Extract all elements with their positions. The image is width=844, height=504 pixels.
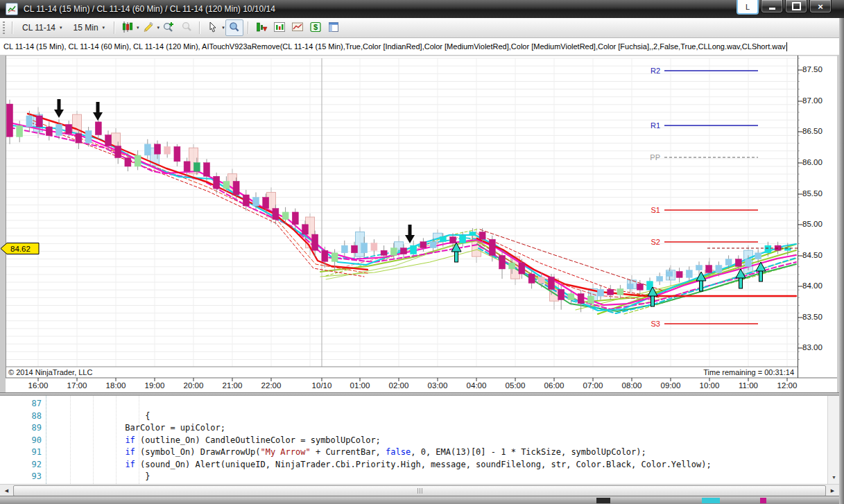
minimize-button[interactable] [761, 0, 783, 13]
price-marker: 84.62 [0, 242, 40, 255]
code-line[interactable]: 91 if (symbol_On) DrawArrowUp("My Arrow"… [0, 446, 839, 459]
chart-snapshot-button[interactable] [289, 20, 306, 35]
code-text: if (symbol_On) DrawArrowUp("My Arrow" + … [50, 446, 646, 459]
chevron-down-icon[interactable]: ▾ [157, 25, 160, 31]
code-line[interactable]: 92 if (sound_On) Alert(uniqueID, NinjaTr… [0, 459, 839, 471]
code-text: if (sound_On) Alert(uniqueID, NinjaTrade… [50, 459, 712, 471]
cursor-button[interactable] [205, 20, 221, 35]
price-axis-label: 84.50 [802, 251, 836, 259]
scroll-right-button[interactable]: ▶ [827, 485, 838, 496]
chart-window-icon [6, 3, 18, 15]
time-axis-label: 01:00 [345, 381, 375, 390]
grid-layer [6, 58, 800, 367]
account-button[interactable]: $ [307, 20, 324, 35]
background-mark [702, 498, 720, 503]
code-line[interactable]: 89 BarColor = upiColor; [0, 422, 839, 435]
link-button[interactable]: L [737, 0, 759, 15]
instrument-dropdown[interactable]: CL 11-14 ▾ [17, 21, 68, 35]
scroll-left-button[interactable]: ◀ [1, 485, 12, 496]
pivot-label: S2 [651, 238, 660, 246]
window-right-border [839, 18, 844, 504]
time-axis-label: 21:00 [217, 381, 248, 390]
price-axis-label: 87.00 [802, 96, 836, 105]
time-axis-label: 22:00 [256, 381, 286, 390]
code-editor[interactable]: 8788 {89 BarColor = upiColor;90 if (outl… [0, 396, 839, 484]
line-number: 93 [0, 471, 42, 483]
chart-trader-icon [255, 21, 268, 35]
dollar-icon: $ [309, 21, 322, 35]
background-window-strip [0, 496, 844, 504]
time-axis-label: 16:00 [23, 381, 53, 390]
minimize-icon [769, 8, 775, 10]
chart-trader-button[interactable] [253, 20, 270, 35]
line-number: 92 [0, 459, 42, 471]
svg-text:$: $ [313, 23, 318, 31]
toolbar-separator [114, 21, 115, 34]
time-axis-label: 12:00 [772, 381, 802, 390]
toolbar-separator [248, 21, 249, 34]
price-axis-label: 83.50 [802, 313, 836, 321]
zoom-in-icon [162, 21, 175, 35]
time-axis-label: 02:00 [384, 381, 414, 390]
time-axis-label: 05:00 [500, 381, 531, 390]
market-analyzer-button[interactable] [271, 20, 288, 35]
chevron-down-icon: ▾ [103, 25, 105, 31]
up-arrow-icon [651, 295, 655, 306]
time-axis-label: 18:00 [101, 381, 131, 390]
scroll-down-button[interactable]: ▼ [828, 472, 840, 483]
svg-text:84.62: 84.62 [10, 245, 31, 253]
background-mark [596, 498, 610, 503]
price-axis-label: 83.00 [802, 343, 836, 351]
code-text: { [50, 410, 150, 423]
close-button[interactable]: × [809, 0, 832, 13]
chevron-down-icon: ▾ [60, 25, 62, 31]
pivot-label: PP [650, 153, 660, 162]
pivot-label: R2 [651, 67, 660, 75]
interval-dropdown[interactable]: 15 Min ▾ [68, 21, 111, 35]
time-axis-label: 08:00 [617, 381, 647, 390]
maximize-icon [792, 2, 801, 10]
time-axis-label: 20:00 [178, 381, 209, 390]
copyright-label: © 2014 NinjaTrader, LLC [8, 368, 92, 376]
title-bar[interactable]: CL 11-14 (15 Min) / CL 11-14 (60 Min) / … [0, 0, 844, 18]
chevron-down-icon[interactable]: ▾ [222, 25, 225, 31]
editor-vertical-scrollbar[interactable]: ▼ [827, 396, 840, 484]
time-axis-label: 03:00 [422, 381, 453, 390]
up-arrow-icon [739, 277, 743, 288]
price-axis-label: 84.00 [802, 281, 836, 290]
indicator-label: CL 11-14 (15 Min), CL 11-14 (60 Min), CL… [3, 42, 786, 51]
line-number: 90 [0, 435, 42, 447]
code-line[interactable]: 87 [0, 398, 839, 410]
line-number: 88 [0, 410, 42, 423]
zoom-out-button[interactable] [178, 20, 195, 35]
code-line[interactable]: 88 { [0, 410, 839, 423]
up-arrow-icon [759, 270, 763, 281]
scrollbar-thumb[interactable] [13, 485, 826, 496]
toolbar-grip[interactable] [3, 21, 5, 34]
chart-style-button[interactable] [119, 20, 136, 35]
zoom-in-button[interactable] [160, 20, 177, 35]
toolbar-separator [12, 21, 13, 34]
time-remaining-label: Time remaining = 00:31:14 [703, 368, 794, 376]
code-line[interactable]: 93 } [0, 471, 839, 483]
up-arrow-icon [700, 280, 703, 291]
properties-button[interactable] [325, 20, 342, 35]
horizontal-scrollbar[interactable]: ◀ ▶ [0, 484, 839, 496]
indicator-lines-layer [10, 114, 796, 314]
toolbar-separator [199, 21, 200, 34]
price-axis-label: 87.50 [802, 65, 836, 73]
arrows-layer [54, 99, 766, 306]
toolbar: CL 11-14 ▾ 15 Min ▾ ▾ ▾ ▾ [0, 18, 844, 38]
pencil-icon [142, 21, 155, 35]
code-line[interactable]: 90 if (outline_On) CandleOutlineColor = … [0, 435, 839, 447]
text-caret [786, 42, 787, 51]
chevron-down-icon[interactable]: ▾ [137, 25, 139, 31]
line-number: 87 [0, 398, 42, 410]
drawing-tools-button[interactable] [140, 20, 157, 35]
ninjatrader-app: CL 11-14 (15 Min) / CL 11-14 (60 Min) / … [0, 0, 844, 504]
price-chart-svg[interactable]: R2R1PPS1S2S3 [0, 55, 839, 393]
maximize-button[interactable] [785, 0, 807, 13]
data-box-button[interactable] [225, 19, 243, 36]
window-title: CL 11-14 (15 Min) / CL 11-14 (60 Min) / … [24, 4, 275, 14]
pivot-label: R1 [651, 121, 660, 130]
